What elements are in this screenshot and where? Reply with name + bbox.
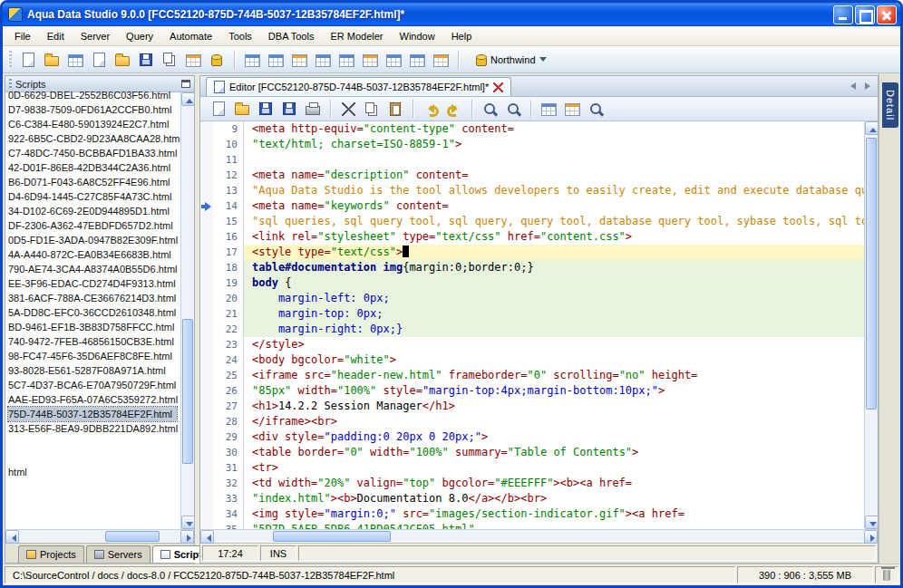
- print-icon[interactable]: [302, 98, 324, 120]
- file-item[interactable]: 98-FC47-45F6-35D6AEF8C8FE.html: [8, 349, 180, 363]
- sidebar-vscroll-thumb[interactable]: [182, 319, 193, 464]
- table-icon[interactable]: [241, 49, 263, 71]
- restore-button[interactable]: [855, 5, 875, 24]
- scroll-up-icon[interactable]: [181, 92, 195, 106]
- sidebar-hscrollbar[interactable]: [5, 529, 194, 543]
- file-item[interactable]: EE-3F96-EDAC-CD274D4F9313.html: [8, 276, 180, 291]
- file-item[interactable]: C7-48DC-7450-BCBBAFD1BA33.html: [8, 146, 180, 160]
- editor-hscroll-thumb[interactable]: [273, 531, 391, 542]
- toolbar-grip[interactable]: [8, 51, 12, 69]
- import-icon[interactable]: [159, 49, 180, 71]
- file-item[interactable]: 790-AE74-3CA4-A8374A0B55D6.html: [8, 262, 180, 276]
- file-item[interactable]: D7-9838-7509-0FD61A2CCFB0.html: [8, 102, 180, 117]
- file-item[interactable]: D4-6D94-1445-C27C85F4A73C.html: [8, 189, 180, 204]
- new-document-icon[interactable]: [208, 98, 229, 120]
- scroll-right-icon[interactable]: [864, 530, 878, 544]
- sidebar-tab-projects[interactable]: Projects: [18, 545, 84, 563]
- menu-help[interactable]: Help: [443, 28, 481, 44]
- tab-scroll-left-icon[interactable]: [844, 80, 857, 92]
- file-item[interactable]: st_arrows.psd: [8, 523, 180, 525]
- file-item[interactable]: 75D-744B-5037-12B35784EF2F.html: [8, 407, 177, 421]
- scroll-up-icon[interactable]: [865, 121, 879, 135]
- sidebar-tab-servers[interactable]: Servers: [86, 545, 150, 563]
- database-combo[interactable]: Northwind: [471, 52, 552, 68]
- table-row-icon[interactable]: [312, 49, 334, 71]
- query-analyzer-icon[interactable]: [88, 49, 110, 71]
- redo-icon[interactable]: [443, 98, 465, 120]
- menu-edit[interactable]: Edit: [39, 28, 73, 44]
- file-item[interactable]: 34-D102-6C69-2E0D944895D1.html: [8, 204, 180, 218]
- table-highlight-icon[interactable]: [288, 49, 310, 71]
- file-item[interactable]: 5C7-4D37-BCA6-E70A7950729F.html: [8, 378, 180, 392]
- undo-icon[interactable]: [420, 98, 442, 120]
- file-item[interactable]: 313-E56F-8EA9-9DBB221DA892.html: [8, 421, 180, 436]
- server-connect-icon[interactable]: [41, 49, 63, 71]
- file-item[interactable]: 42-D01F-86E8-42DB344C2A36.html: [8, 160, 180, 175]
- editor-hscrollbar[interactable]: [200, 529, 878, 543]
- cut-icon[interactable]: [337, 98, 359, 120]
- file-item[interactable]: B6-D071-F043-6A8C52FF4E96.html: [8, 175, 180, 189]
- menu-automate[interactable]: Automate: [161, 28, 220, 44]
- tab-close-icon[interactable]: [493, 82, 503, 92]
- save-all-icon[interactable]: [278, 98, 300, 120]
- goto-line-icon[interactable]: [561, 98, 583, 120]
- table-cell-icon[interactable]: [383, 49, 404, 71]
- sidebar-vscrollbar[interactable]: [180, 92, 194, 529]
- file-list[interactable]: 0D-6629-DBEL-2552B6C03F56.htmlD7-9838-75…: [5, 88, 180, 525]
- scroll-down-icon[interactable]: [865, 516, 879, 529]
- open-file-icon[interactable]: [112, 49, 133, 71]
- file-item[interactable]: C6-C384-E480-59013924E2C7.html: [8, 117, 180, 131]
- editor-tab[interactable]: Editor [FCC52120-875D-744B-5037-12B35784…: [206, 77, 511, 96]
- menu-tools[interactable]: Tools: [220, 28, 260, 44]
- menu-dba-tools[interactable]: DBA Tools: [260, 28, 323, 44]
- find-icon[interactable]: [479, 98, 500, 120]
- minimize-button[interactable]: [833, 5, 853, 24]
- replace-icon[interactable]: [502, 98, 524, 120]
- editor-vscrollbar[interactable]: [864, 121, 878, 529]
- options-icon[interactable]: [206, 49, 228, 71]
- file-item[interactable]: 5A-DD8C-EFC0-36CCD2610348.html: [8, 305, 180, 320]
- editor-vscroll-thumb[interactable]: [866, 138, 877, 410]
- menu-er-modeler[interactable]: ER Modeler: [322, 28, 391, 44]
- tab-scroll-right-icon[interactable]: [859, 80, 872, 92]
- file-item[interactable]: 381-6ACF-788A-CE36676214D3.html: [8, 291, 180, 305]
- save-file-icon[interactable]: [135, 49, 157, 71]
- scroll-down-icon[interactable]: [181, 516, 195, 529]
- menu-server[interactable]: Server: [73, 28, 118, 44]
- sidebar-hscroll-thumb[interactable]: [105, 531, 160, 542]
- paste-icon[interactable]: [384, 98, 406, 120]
- code-editor[interactable]: 9<meta http-equiv="content-type" content…: [200, 121, 864, 529]
- file-item[interactable]: 0D-6629-DBEL-2552B6C03F56.html: [8, 88, 180, 102]
- table-grid-icon[interactable]: [335, 49, 357, 71]
- float-panel-icon[interactable]: [181, 80, 190, 88]
- scroll-left-icon[interactable]: [200, 530, 214, 544]
- save-icon[interactable]: [255, 98, 277, 120]
- export-icon[interactable]: [182, 49, 204, 71]
- copy-icon[interactable]: [361, 98, 383, 120]
- close-button[interactable]: [877, 5, 897, 24]
- file-item[interactable]: DF-2306-A362-47EBDFD657D2.html: [8, 218, 180, 233]
- zoom-icon[interactable]: [585, 98, 607, 120]
- file-item[interactable]: html: [8, 465, 180, 479]
- file-item[interactable]: 922-6B5C-CBD2-9D23AA8CAA28.html: [8, 131, 180, 146]
- scroll-left-icon[interactable]: [5, 530, 19, 544]
- register-server-icon[interactable]: [17, 49, 39, 71]
- file-item[interactable]: AAE-ED93-F65A-07A6C5359272.html: [8, 392, 180, 407]
- file-item[interactable]: 93-8028-E561-5287F08A971A.html: [8, 363, 180, 378]
- file-item[interactable]: 4A-A440-872C-EA0B34E6683B.html: [8, 247, 180, 262]
- file-item[interactable]: 740-9472-7FEB-46856150CB3E.html: [8, 334, 180, 349]
- table-frame-icon[interactable]: [406, 49, 428, 71]
- table-columns-icon[interactable]: [265, 49, 286, 71]
- table-border-icon[interactable]: [359, 49, 381, 71]
- gc-button[interactable]: [875, 566, 898, 583]
- open-document-icon[interactable]: [231, 98, 253, 120]
- bookmark-icon[interactable]: [538, 98, 559, 120]
- scroll-right-icon[interactable]: [180, 530, 194, 544]
- table-select-icon[interactable]: [430, 49, 452, 71]
- file-item[interactable]: 0D5-FD1E-3ADA-0947B82E309F.html: [8, 233, 180, 247]
- schema-browser-icon[interactable]: [64, 49, 86, 71]
- menu-query[interactable]: Query: [118, 28, 161, 44]
- menu-window[interactable]: Window: [392, 28, 443, 44]
- title-bar[interactable]: Aqua Data Studio 9.0.0 [FCC52120-875D-74…: [3, 3, 900, 26]
- file-item[interactable]: BD-9461-EF1B-3B83D758FFCC.html: [8, 320, 180, 334]
